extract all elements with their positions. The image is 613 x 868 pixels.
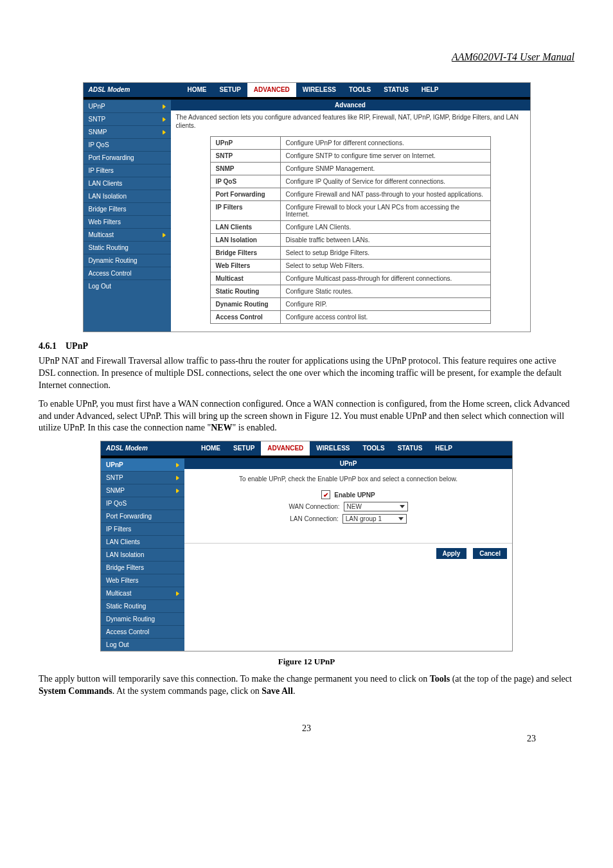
feature-name: LAN Isolation [210, 234, 280, 247]
arrow-icon [163, 130, 166, 135]
doc-header: AAM6020VI-T4 User Manual [39, 51, 574, 63]
nav-tab-help[interactable]: HELP [429, 441, 459, 456]
feature-table: UPnPConfigure UPnP for different connect… [210, 136, 491, 324]
sidebar-item-log-out[interactable]: Log Out [101, 638, 184, 651]
sidebar-item-port-forwarding[interactable]: Port Forwarding [84, 151, 171, 164]
sidebar-item-sntp[interactable]: SNTP [84, 112, 171, 125]
sidebar-item-upnp[interactable]: UPnP [84, 100, 171, 112]
page-number-right: 23 [527, 734, 536, 744]
table-row: Static RoutingConfigure Static routes. [210, 285, 490, 298]
nav-tab-tools[interactable]: TOOLS [357, 441, 391, 456]
sidebar-item-lan-isolation[interactable]: LAN Isolation [101, 548, 184, 561]
body-paragraph-3: The apply button will temporarily save t… [39, 673, 574, 698]
table-row: LAN IsolationDisable traffic between LAN… [210, 234, 490, 247]
section-heading: 4.6.1 UPnP [39, 341, 574, 351]
sidebar-item-web-filters[interactable]: Web Filters [84, 215, 171, 228]
nav-tab-advanced[interactable]: ADVANCED [247, 83, 296, 97]
sidebar-item-dynamic-routing[interactable]: Dynamic Routing [101, 612, 184, 625]
sidebar-item-static-routing[interactable]: Static Routing [84, 241, 171, 254]
sidebar-item-label: Web Filters [89, 218, 121, 226]
nav-tab-tools[interactable]: TOOLS [342, 83, 377, 97]
p3-b2: System Commands [39, 686, 112, 696]
feature-desc: Configure UPnP for different connections… [280, 137, 490, 150]
cancel-button[interactable]: Cancel [473, 548, 507, 559]
screenshot-upnp-form: ADSL Modem HOMESETUPADVANCEDWIRELESSTOOL… [100, 441, 513, 651]
sidebar-item-web-filters[interactable]: Web Filters [101, 574, 184, 587]
sidebar-item-access-control[interactable]: Access Control [101, 625, 184, 638]
table-row: SNTPConfigure SNTP to configure time ser… [210, 150, 490, 163]
page-number-center: 23 [39, 723, 574, 734]
sidebar-item-ip-filters[interactable]: IP Filters [84, 164, 171, 177]
sidebar-item-dynamic-routing[interactable]: Dynamic Routing [84, 254, 171, 267]
sidebar-item-static-routing[interactable]: Static Routing [101, 599, 184, 612]
nav-tab-status[interactable]: STATUS [391, 441, 429, 456]
router-sidebar: UPnPSNTPSNMPIP QoSPort ForwardingIP Filt… [84, 97, 171, 332]
sidebar-item-lan-clients[interactable]: LAN Clients [101, 535, 184, 548]
sidebar-item-label: LAN Isolation [89, 193, 127, 200]
p3-a: The apply button will temporarily save t… [39, 674, 430, 684]
feature-desc: Configure SNTP to configure time server … [280, 150, 490, 163]
figure-caption: Figure 12 UPnP [39, 657, 574, 667]
panel-heading: UPnP [184, 458, 512, 469]
wan-connection-select[interactable]: NEW [344, 502, 408, 511]
enable-upnp-checkbox[interactable]: ✔ [321, 490, 330, 499]
sidebar-item-sntp[interactable]: SNTP [101, 471, 184, 484]
sidebar-item-label: Log Out [106, 641, 129, 648]
nav-tab-wireless[interactable]: WIRELESS [296, 83, 342, 97]
sidebar-item-multicast[interactable]: Multicast [101, 587, 184, 599]
page-footer: 23 23 [39, 723, 574, 734]
sidebar-item-snmp[interactable]: SNMP [84, 125, 171, 138]
sidebar-item-ip-qos[interactable]: IP QoS [84, 138, 171, 151]
feature-name: SNTP [210, 150, 280, 163]
sidebar-item-multicast[interactable]: Multicast [84, 228, 171, 241]
form-intro: To enable UPnP, check the Enable UPnP bo… [190, 475, 507, 483]
sidebar-item-label: Log Out [89, 283, 112, 290]
sidebar-item-ip-qos[interactable]: IP QoS [101, 497, 184, 509]
sidebar-item-bridge-filters[interactable]: Bridge Filters [101, 561, 184, 574]
sidebar-item-label: IP QoS [106, 500, 127, 507]
sidebar-item-bridge-filters[interactable]: Bridge Filters [84, 202, 171, 215]
router-main-panel: Advanced The Advanced section lets you c… [171, 97, 530, 332]
sidebar-item-lan-clients[interactable]: LAN Clients [84, 177, 171, 190]
router-titlebar: ADSL Modem HOMESETUPADVANCEDWIRELESSTOOL… [101, 441, 512, 456]
feature-name: UPnP [210, 137, 280, 150]
sidebar-item-lan-isolation[interactable]: LAN Isolation [84, 190, 171, 202]
sidebar-item-label: IP Filters [106, 526, 131, 533]
nav-tab-status[interactable]: STATUS [377, 83, 415, 97]
feature-desc: Configure Firewall and NAT pass-through … [280, 188, 490, 201]
table-row: Dynamic RoutingConfigure RIP. [210, 298, 490, 311]
lan-connection-select[interactable]: LAN group 1 [342, 514, 407, 524]
feature-desc: Configure Multicast pass-through for dif… [280, 272, 490, 285]
arrow-icon [176, 475, 179, 481]
sidebar-item-label: IP QoS [89, 141, 109, 148]
sidebar-item-label: Port Forwarding [89, 154, 134, 161]
sidebar-item-access-control[interactable]: Access Control [84, 267, 171, 279]
sidebar-item-label: Access Control [106, 628, 149, 635]
sidebar-item-upnp[interactable]: UPnP [101, 458, 184, 471]
p3-e: . [293, 686, 296, 696]
table-row: Web FiltersSelect to setup Web Filters. [210, 260, 490, 272]
nav-tab-home[interactable]: HOME [195, 441, 227, 456]
sidebar-item-label: LAN Isolation [106, 551, 144, 558]
nav-tab-help[interactable]: HELP [415, 83, 445, 97]
arrow-icon [163, 233, 166, 238]
router-titlebar: ADSL Modem HOMESETUPADVANCEDWIRELESSTOOL… [84, 83, 530, 97]
nav-tab-setup[interactable]: SETUP [227, 441, 261, 456]
nav-tab-setup[interactable]: SETUP [213, 83, 247, 97]
body-paragraph-2: To enable UPnP, you must first have a WA… [39, 398, 574, 435]
nav-tab-advanced[interactable]: ADVANCED [261, 441, 310, 456]
feature-name: IP QoS [210, 175, 280, 188]
nav-tab-home[interactable]: HOME [181, 83, 213, 97]
feature-desc: Configure Firewall to block your LAN PCs… [280, 201, 490, 221]
nav-tab-wireless[interactable]: WIRELESS [310, 441, 356, 456]
sidebar-item-ip-filters[interactable]: IP Filters [101, 522, 184, 535]
arrow-icon [176, 488, 179, 493]
screenshot-advanced-overview: ADSL Modem HOMESETUPADVANCEDWIRELESSTOOL… [83, 82, 531, 332]
apply-button[interactable]: Apply [436, 548, 467, 559]
sidebar-item-snmp[interactable]: SNMP [101, 484, 184, 497]
sidebar-item-log-out[interactable]: Log Out [84, 279, 171, 292]
feature-desc: Configure Static routes. [280, 285, 490, 298]
feature-name: IP Filters [210, 201, 280, 221]
sidebar-item-port-forwarding[interactable]: Port Forwarding [101, 509, 184, 522]
sidebar-item-label: Static Routing [89, 244, 129, 251]
